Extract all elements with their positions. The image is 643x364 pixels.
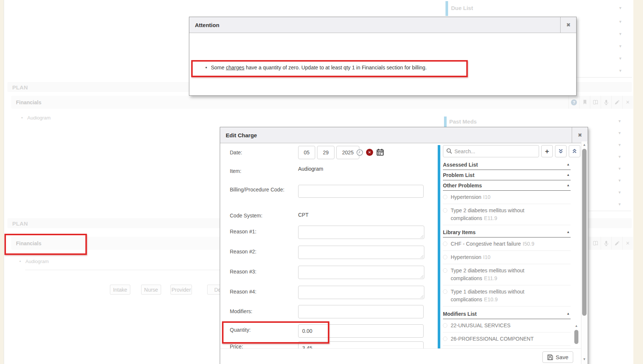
section-header-modifiers-list[interactable]: Modifiers List▲ [443,309,571,319]
section-toolbar: ? ✕ [568,96,633,109]
radio-icon[interactable] [443,289,447,294]
date-month-input[interactable] [298,146,315,159]
problem-item[interactable]: HypertensionI10 [443,191,571,204]
item-value: Audiogram [298,166,323,172]
collapse-icon: ▲ [567,163,570,166]
chevron-down-icon: ▼ [618,202,621,206]
bookmark-icon[interactable] [579,96,590,109]
attention-dialog-header: Attention ✖ [189,17,576,33]
radio-icon[interactable] [443,242,447,246]
library-item[interactable]: CHF - Congestive heart failureI50.9 [443,237,571,251]
radio-icon[interactable] [443,268,447,273]
modifier-item[interactable]: 22-UNUSUAL SERVICES [443,319,571,332]
modifiers-label: Modifiers: [230,308,291,315]
scrollbar-thumb[interactable] [574,330,578,344]
divider [25,270,220,270]
add-charge-button[interactable]: + [541,145,553,157]
billing-code-input[interactable] [298,185,424,198]
past-meds-accent-bar [444,117,447,128]
scroll-up-icon[interactable]: ▲ [581,143,587,147]
nurse-button[interactable]: Nurse [141,285,161,295]
reason4-textarea[interactable] [298,286,424,299]
help-icon[interactable]: ? [568,96,579,109]
dialog-scrollbar[interactable]: ▲ ▼ [581,141,587,364]
code-system-value: CPT [298,212,309,218]
close-icon[interactable]: ✕ [622,237,633,250]
bullet-icon: • [19,259,21,264]
scroll-down-icon[interactable]: ▼ [581,357,587,361]
search-input[interactable] [443,145,539,157]
dialog-title: Edit Charge [226,132,257,138]
chevron-down-icon: ▼ [618,190,621,194]
problem-item[interactable]: Type 2 diabetes mellitus without complic… [443,204,571,225]
search-icon [446,148,452,154]
reason2-field [298,246,424,259]
chevron-down-icon: ▼ [618,69,622,73]
content-left-border [4,0,4,364]
due-list-row[interactable]: Due List ▼ [448,1,632,16]
book-icon[interactable] [590,237,601,250]
radio-icon[interactable] [443,255,447,259]
radio-icon[interactable] [443,195,447,199]
chevron-down-icon: ▼ [618,131,621,135]
chevron-down-icon: ▼ [618,56,622,60]
close-button[interactable]: ✖ [560,17,576,33]
chevron-down-icon: ▼ [618,167,621,171]
reason3-label: Reason #3: [230,268,291,276]
modifier-item[interactable]: 26-PROFESSIONAL COMPONENT [443,332,571,346]
dialog-title: Attention [195,22,219,28]
clock-icon[interactable] [356,149,363,156]
radio-icon[interactable] [443,323,447,328]
radio-icon[interactable] [443,337,447,341]
section-header-assessed-list[interactable]: Assessed List▲ [443,160,571,170]
calendar-icon[interactable] [376,148,384,156]
chevron-down-icon: ▼ [618,143,621,147]
chevron-down-icon: ▼ [618,44,622,48]
plan-title: PLAN [12,84,28,90]
financials-section-header[interactable]: Financials ? ✕ [11,96,633,109]
section-header-library-items[interactable]: Library Items▲ [443,227,571,237]
reason3-textarea[interactable] [298,266,424,279]
date-day-input[interactable] [317,146,334,159]
modifiers-input[interactable] [298,305,424,318]
item-label: Item: [230,167,291,175]
scroll-up-icon[interactable]: ▲ [574,324,579,328]
pencil-icon[interactable] [611,237,622,250]
date-label: Date: [230,149,291,157]
close-button[interactable]: ✖ [572,127,588,143]
section-header-other-problems[interactable]: Other Problems▲ [443,180,571,191]
save-button[interactable]: Save [542,351,573,363]
clear-date-icon[interactable]: ✕ [366,149,373,156]
collapse-all-button[interactable] [555,145,567,157]
book-icon[interactable] [590,96,601,109]
provider-button[interactable]: Provider [170,285,192,295]
collapse-icon: ▲ [567,230,570,234]
reason2-textarea[interactable] [298,246,424,259]
reason1-label: Reason #1: [230,228,291,236]
pencil-icon[interactable] [611,96,622,109]
section-header-problem-list[interactable]: Problem List▲ [443,170,571,180]
edit-charge-dialog-header: Edit Charge ✖ [220,127,588,143]
scrollbar-thumb[interactable] [582,149,587,316]
microphone-icon[interactable] [601,237,611,250]
search-field [443,145,539,157]
radio-icon[interactable] [443,208,447,213]
annotation-box-quantity [222,321,329,344]
reason4-label: Reason #4: [230,288,291,296]
financials-title: Financials [16,99,41,105]
microphone-icon[interactable] [601,96,611,109]
reason1-textarea[interactable] [298,226,424,239]
chevron-down-icon: ▼ [618,32,622,36]
attention-dialog: Attention ✖ •Somechargeshave a quantity … [189,17,577,96]
billing-code-label: Billing/Procedure Code: [230,186,291,194]
library-item[interactable]: Type 1 diabetes mellitus without complic… [443,285,571,306]
past-meds-row[interactable]: Past Meds ▼ [447,116,631,128]
reason4-field [298,286,424,299]
library-item[interactable]: Type 2 diabetes mellitus without complic… [443,264,571,285]
expand-all-button[interactable] [569,145,580,157]
plan-title: PLAN [12,220,28,226]
close-icon[interactable]: ✕ [622,96,633,109]
list-scrollbar[interactable]: ▲ [574,324,579,348]
library-item[interactable]: HypertensionI10 [443,251,571,264]
intake-button[interactable]: Intake [110,285,130,295]
